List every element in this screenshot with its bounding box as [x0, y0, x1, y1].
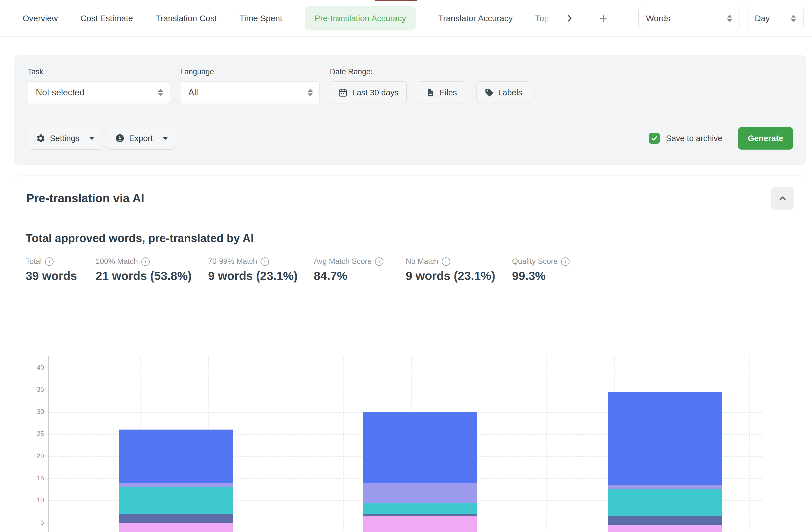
bar-segment-match-score-89-80-[interactable]	[363, 503, 477, 514]
info-icon[interactable]: i	[141, 257, 150, 266]
info-icon[interactable]: i	[45, 257, 54, 266]
file-icon	[426, 88, 435, 97]
info-icon[interactable]: i	[261, 257, 269, 266]
top-edge-artifact	[375, 0, 417, 1]
card-title: Pre-translation via AI	[26, 192, 144, 205]
select-arrows-icon	[791, 15, 796, 22]
bar-segment-match-score-99-90-[interactable]	[608, 485, 722, 489]
stat-value: 9 words (23.1%)	[208, 269, 298, 283]
date-range-button[interactable]: Last 30 days	[330, 81, 407, 104]
period-select[interactable]: Day	[747, 7, 803, 30]
pre-translation-card: Pre-translation via AI Total approved wo…	[14, 176, 806, 532]
chevron-up-icon	[778, 194, 787, 203]
stat-label: Quality Scorei	[512, 257, 569, 266]
info-icon[interactable]: i	[442, 257, 450, 266]
stat-value: 39 words	[26, 269, 77, 283]
tab-cost-estimate[interactable]: Cost Estimate	[81, 14, 133, 23]
gridline-vertical	[750, 355, 750, 532]
stat-label: 70-99% Matchi	[208, 257, 298, 266]
gridline-vertical	[276, 355, 276, 532]
tab-pre-translation-accuracy[interactable]: Pre-translation Accuracy	[305, 6, 416, 30]
date-range-label: Date Range:	[330, 68, 530, 76]
stat-quality-score: Quality Scorei99.3%	[512, 257, 569, 283]
date-range-value: Last 30 days	[352, 88, 398, 97]
card-header: Pre-translation via AI	[14, 176, 806, 221]
gridline-horizontal	[48, 390, 762, 390]
download-icon	[115, 134, 125, 143]
language-label: Language	[180, 68, 320, 76]
y-axis-tick-label: 40	[20, 364, 44, 372]
tabs-overflow-chevron[interactable]	[565, 14, 574, 23]
top-tab-bar: OverviewCost EstimateTranslation CostTim…	[0, 0, 812, 37]
gridline-vertical	[344, 355, 344, 532]
bar-segment-match-score-99-90-[interactable]	[119, 483, 233, 487]
tab-time-spent[interactable]: Time Spent	[240, 14, 282, 23]
unit-select-value: Words	[646, 14, 670, 23]
settings-button-label: Settings	[50, 134, 79, 143]
task-select-value: Not selected	[36, 87, 84, 98]
files-button-label: Files	[439, 88, 457, 97]
y-axis-tick-label: 10	[20, 496, 44, 504]
language-select[interactable]: All	[180, 81, 320, 104]
bar-segment-match-score-79-70-[interactable]	[363, 514, 477, 516]
bar-segment-match-score-89-80-[interactable]	[608, 489, 722, 516]
filter-panel: Task Not selected Language All Date Rang…	[14, 55, 806, 165]
bar-segment-match-score-79-70-[interactable]	[608, 516, 722, 525]
stat-label: 100% Matchi	[96, 257, 192, 266]
bar-segment-no-match[interactable]	[363, 516, 477, 532]
bar-segment-match-score-99-90-[interactable]	[363, 483, 477, 503]
gridline-vertical	[547, 355, 547, 532]
y-axis-tick-label: 25	[20, 430, 44, 438]
stat-no-match: No Matchi9 words (23.1%)	[406, 257, 495, 283]
export-button-label: Export	[129, 134, 153, 143]
files-button[interactable]: Files	[418, 81, 465, 104]
info-icon[interactable]: i	[561, 257, 569, 266]
gridline-horizontal	[48, 368, 762, 368]
save-to-archive-label: Save to archive	[666, 134, 722, 143]
bar-segment-100-match[interactable]	[363, 412, 477, 483]
select-arrows-icon	[308, 89, 313, 96]
chevron-right-icon	[565, 14, 574, 23]
y-axis-line	[48, 355, 49, 532]
gridline-vertical	[73, 355, 73, 532]
tab-translator-accuracy[interactable]: Translator Accuracy	[438, 14, 513, 23]
bar-segment-match-score-79-70-[interactable]	[119, 514, 233, 522]
settings-button[interactable]: Settings	[28, 127, 103, 150]
info-icon[interactable]: i	[375, 257, 383, 266]
labels-button-label: Labels	[498, 88, 522, 97]
collapse-button[interactable]	[771, 187, 794, 210]
select-arrows-icon	[727, 15, 732, 22]
date-range-group: Date Range: Last 30 days	[330, 68, 530, 104]
check-icon	[651, 135, 658, 142]
bar-segment-no-match[interactable]	[608, 525, 722, 532]
stat-70-99-match: 70-99% Matchi9 words (23.1%)	[208, 257, 298, 283]
tab-translation-cost[interactable]: Translation Cost	[156, 14, 217, 23]
generate-button[interactable]: Generate	[738, 127, 793, 150]
unit-select[interactable]: Words	[638, 7, 740, 30]
bar-segment-match-score-89-80-[interactable]	[119, 487, 233, 514]
task-label: Task	[28, 68, 170, 76]
save-to-archive-checkbox[interactable]	[649, 133, 660, 144]
caret-down-icon	[89, 137, 95, 140]
y-axis-tick-label: 15	[20, 474, 44, 482]
tab-top[interactable]: Top	[535, 14, 553, 23]
labels-button[interactable]: Labels	[477, 81, 530, 104]
bar-segment-no-match[interactable]	[119, 523, 233, 532]
gridline-vertical	[479, 355, 479, 532]
caret-down-icon	[162, 137, 168, 140]
stat-value: 99.3%	[512, 269, 569, 283]
y-axis-tick-label: 5	[20, 519, 44, 526]
task-select[interactable]: Not selected	[28, 81, 170, 104]
stat-total: Totali39 words	[26, 257, 77, 283]
stat-value: 84.7%	[314, 269, 383, 283]
stat-label: Totali	[26, 257, 77, 266]
select-arrows-icon	[158, 89, 163, 96]
report-tabs: OverviewCost EstimateTranslation CostTim…	[23, 6, 553, 30]
stat-label: Avg Match Scorei	[314, 257, 383, 266]
task-filter-group: Task Not selected	[28, 68, 170, 104]
export-button[interactable]: Export	[107, 127, 176, 150]
bar-segment-100-match[interactable]	[608, 392, 722, 485]
tab-overview[interactable]: Overview	[23, 14, 58, 23]
bar-segment-100-match[interactable]	[119, 430, 233, 482]
add-tab-button[interactable]: +	[600, 12, 607, 25]
